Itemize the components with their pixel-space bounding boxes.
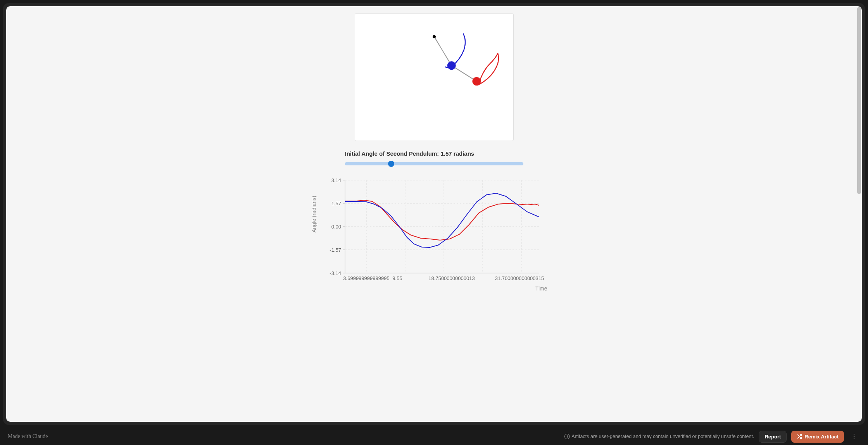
x-tick-0: 3.699999999999995 (343, 275, 389, 281)
disclaimer-text: i Artifacts are user-generated and may c… (564, 434, 754, 439)
y-tick-2: 0.00 (331, 224, 341, 230)
y-tick-4: -3.14 (330, 270, 341, 276)
made-with-claude: Made with Claude (8, 433, 48, 440)
scrollbar[interactable] (857, 7, 861, 194)
info-icon: i (564, 434, 570, 439)
y-tick-0: 3.14 (331, 177, 341, 183)
slider-fill (345, 162, 392, 165)
report-button[interactable]: Report (759, 431, 787, 443)
angle-slider-section: Initial Angle of Second Pendulum: 1.57 r… (345, 150, 523, 167)
chart-svg: 3.14 1.57 0.00 -1.57 -3.14 3.69999999999… (318, 176, 550, 289)
remix-artifact-button[interactable]: Remix Artifact (791, 431, 844, 443)
svg-line-16 (798, 435, 799, 436)
angle-slider[interactable] (345, 161, 523, 167)
x-tick-1: 9.55 (392, 275, 402, 281)
pivot-point (433, 35, 436, 38)
bob1 (447, 61, 456, 70)
x-axis-label: Time (535, 285, 547, 292)
series-bob1 (345, 193, 539, 247)
x-tick-2: 18.75000000000013 (428, 275, 475, 281)
pendulum-svg (355, 14, 513, 141)
slider-value-display: 1.57 radians (440, 150, 474, 157)
rod1 (434, 37, 452, 66)
angle-chart: Angle (radians) Time (318, 176, 550, 290)
y-tick-3: -1.57 (330, 247, 341, 253)
bob2 (472, 77, 481, 86)
footer-bar: Made with Claude i Artifacts are user-ge… (0, 428, 868, 445)
slider-label: Initial Angle of Second Pendulum: 1.57 r… (345, 150, 523, 157)
more-menu-button[interactable]: ⋯ (849, 431, 860, 442)
slider-label-prefix: Initial Angle of Second Pendulum: (345, 150, 441, 157)
pendulum-canvas (355, 13, 514, 141)
bob1-trail (445, 34, 465, 67)
series-bob2 (345, 200, 539, 240)
y-tick-1: 1.57 (331, 201, 341, 206)
slider-thumb[interactable] (388, 161, 394, 167)
artifact-viewport: Initial Angle of Second Pendulum: 1.57 r… (6, 6, 862, 422)
rod2 (451, 65, 476, 81)
y-axis-label: Angle (radians) (311, 196, 317, 233)
x-tick-3: 31.700000000000315 (495, 275, 544, 281)
shuffle-icon (797, 434, 802, 439)
